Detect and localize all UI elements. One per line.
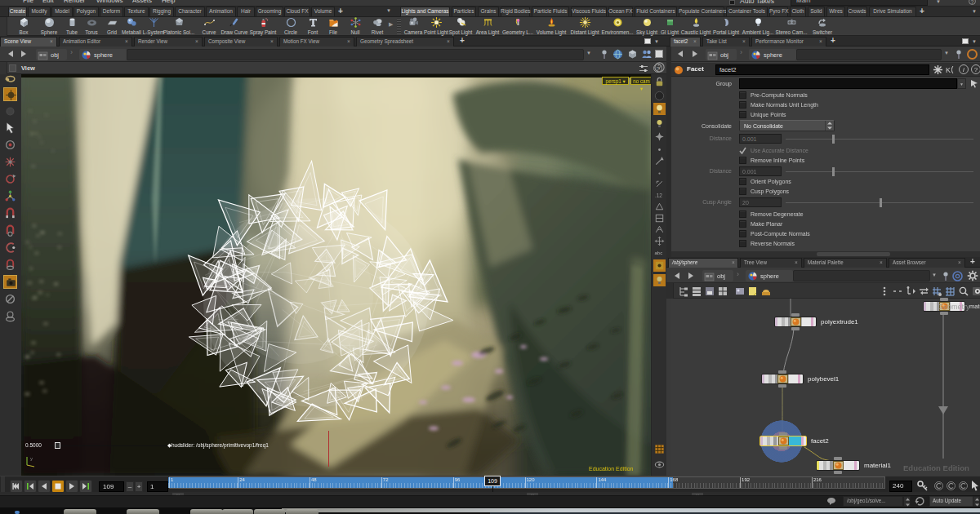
svg-text:K: K (946, 66, 951, 74)
svg-text:.12: .12 (655, 193, 662, 198)
svg-text:y: y (30, 456, 33, 461)
svg-text:abc: abc (654, 250, 662, 255)
svg-text:?: ? (657, 63, 662, 71)
